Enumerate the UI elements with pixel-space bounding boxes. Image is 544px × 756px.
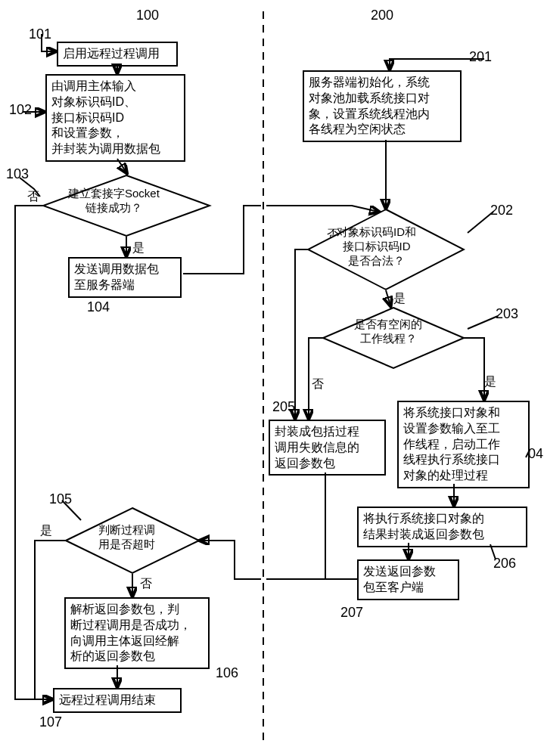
box-102: 由调用主体输入 对象标识码ID、 接口标识码ID 和设置参数， 并封装为调用数据… (45, 74, 185, 162)
label-201: 201 (469, 49, 492, 65)
label-203: 203 (496, 306, 518, 322)
section-label-200: 200 (371, 8, 393, 23)
flowchart-diagram: 100 200 101 启用远程过程调用 102 由调用主体输入 对象标识码ID… (0, 0, 544, 756)
box-207: 发送返回参数 包至客户端 (357, 559, 459, 600)
label-206: 206 (493, 556, 516, 572)
label-101: 101 (29, 26, 51, 42)
label-202: 202 (490, 203, 513, 218)
box-101: 启用远程过程调用 (57, 42, 178, 67)
label-106: 106 (216, 665, 238, 681)
label-205: 205 (272, 399, 295, 415)
edge-yes-202: 是 (393, 291, 406, 307)
label-104: 104 (87, 299, 110, 315)
label-207: 207 (340, 605, 363, 621)
edge-no-105: 否 (140, 576, 152, 592)
diamond-202-text: 对象标识码ID和 接口标识码ID 是否合法？ (337, 225, 416, 268)
diamond-103-text: 建立套接字Socket 链接成功？ (68, 187, 160, 215)
label-102: 102 (9, 102, 32, 118)
diamond-105-text: 判断过程调 用是否超时 (98, 523, 155, 552)
section-label-100: 100 (136, 8, 159, 23)
box-104: 发送调用数据包 至服务器端 (68, 257, 182, 298)
box-206: 将执行系统接口对象的 结果封装成返回参数包 (357, 507, 527, 547)
box-201: 服务器端初始化，系统 对象池加载系统接口对 象，设置系统线程池内 各线程为空闲状… (303, 70, 462, 142)
label-103: 103 (6, 166, 29, 182)
label-107: 107 (39, 714, 62, 730)
edge-yes-203: 是 (484, 374, 496, 390)
box-205: 封装成包括过程 调用失败信息的 返回参数包 (269, 420, 386, 476)
edge-yes-103: 是 (132, 240, 145, 256)
box-107: 远程过程调用结束 (53, 688, 182, 713)
diamond-203-text: 是否有空闲的 工作线程？ (354, 318, 422, 346)
box-204: 将系统接口对象和 设置参数输入至工 作线程，启动工作 线程执行系统接口 对象的处… (397, 401, 530, 488)
svg-line-9 (386, 290, 390, 305)
edge-no-103: 否 (27, 189, 39, 205)
box-106: 解析返回参数包，判 断过程调用是否成功， 向调用主体返回经解 析的返回参数包 (64, 597, 210, 669)
edge-no-203: 否 (312, 376, 324, 392)
edge-yes-105: 是 (40, 523, 52, 539)
label-105: 105 (49, 491, 72, 507)
